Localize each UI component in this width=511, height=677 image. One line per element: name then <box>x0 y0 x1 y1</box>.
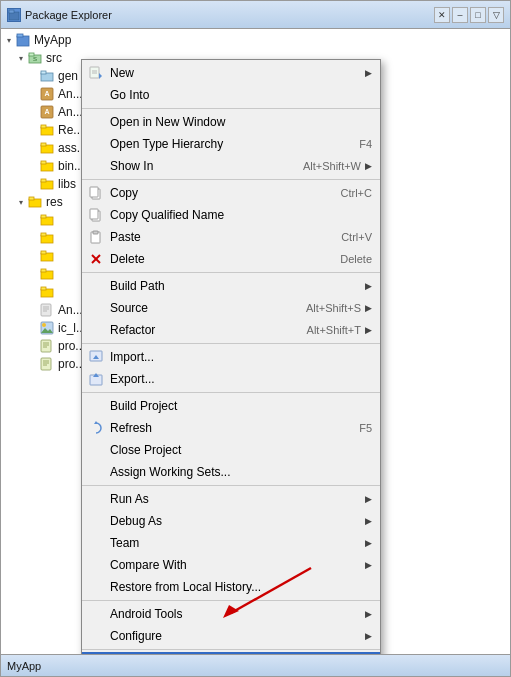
export-icon <box>88 371 104 387</box>
separator-5 <box>82 392 380 393</box>
sub-folder-icon1 <box>39 212 55 228</box>
separator-8 <box>82 649 380 650</box>
sub-folder-icon3 <box>39 248 55 264</box>
menu-item-paste-label: Paste <box>110 230 321 244</box>
menu-item-new[interactable]: New ▶ <box>82 62 380 84</box>
menu-item-build-path[interactable]: Build Path ▶ <box>82 275 380 297</box>
menu-item-export-label: Export... <box>110 372 372 386</box>
submenu-arrow-refactor: ▶ <box>365 325 372 335</box>
menu-item-copy-qualified-name[interactable]: Copy Qualified Name <box>82 204 380 226</box>
submenu-arrow-compare-with: ▶ <box>365 560 372 570</box>
svg-rect-3 <box>17 34 23 37</box>
svg-rect-14 <box>41 125 46 128</box>
submenu-arrow-source: ▶ <box>365 303 372 313</box>
ref-folder-icon <box>39 122 55 138</box>
file-icon-android <box>39 302 55 318</box>
shortcut-copy: Ctrl+C <box>341 187 372 199</box>
submenu-arrow-run-as: ▶ <box>365 494 372 504</box>
svg-rect-26 <box>41 233 46 236</box>
menu-item-team-label: Team <box>110 536 361 550</box>
menu-item-goto[interactable]: Go Into <box>82 84 380 106</box>
svg-marker-51 <box>99 73 102 79</box>
menu-item-open-type-hierarchy[interactable]: Open Type Hierarchy F4 <box>82 133 380 155</box>
src-folder-icon: S <box>27 50 43 66</box>
menu-item-import[interactable]: Import... <box>82 346 380 368</box>
menu-item-run-as[interactable]: Run As ▶ <box>82 488 380 510</box>
project-icon <box>15 32 31 48</box>
menu-item-show-in[interactable]: Show In Alt+Shift+W ▶ <box>82 155 380 177</box>
menu-item-build-project[interactable]: Build Project <box>82 395 380 417</box>
menu-item-goto-label: Go Into <box>110 88 372 102</box>
menu-item-source[interactable]: Source Alt+Shift+S ▶ <box>82 297 380 319</box>
menu-item-copy[interactable]: Copy Ctrl+C <box>82 182 380 204</box>
menu-item-close-project[interactable]: Close Project <box>82 439 380 461</box>
menu-item-configure-label: Configure <box>110 629 361 643</box>
svg-text:A: A <box>44 90 49 97</box>
menu-item-properties[interactable]: Properties Alt+Enter <box>82 652 380 654</box>
svg-line-65 <box>231 568 311 613</box>
menu-item-close-project-label: Close Project <box>110 443 372 457</box>
menu-item-open-new-window-label: Open in New Window <box>110 115 372 129</box>
menu-item-configure[interactable]: Configure ▶ <box>82 625 380 647</box>
menu-item-paste[interactable]: Paste Ctrl+V <box>82 226 380 248</box>
pin-button[interactable]: ▽ <box>488 7 504 23</box>
svg-rect-53 <box>90 187 98 197</box>
import-icon <box>88 349 104 365</box>
image-icon <box>39 320 55 336</box>
tree-item-myapp[interactable]: ▾ MyApp <box>1 31 510 49</box>
menu-item-open-new-window[interactable]: Open in New Window <box>82 111 380 133</box>
res-folder-icon <box>27 194 43 210</box>
menu-item-build-project-label: Build Project <box>110 399 372 413</box>
tree-item-label: libs <box>58 177 76 191</box>
paste-icon <box>88 229 104 245</box>
svg-rect-22 <box>29 197 34 200</box>
folder-icon-libs <box>39 176 55 192</box>
svg-rect-2 <box>17 36 29 46</box>
close-tab-button[interactable]: ✕ <box>434 7 450 23</box>
menu-item-debug-as-label: Debug As <box>110 514 361 528</box>
status-text: MyApp <box>7 660 41 672</box>
copy-qualified-icon <box>88 207 104 223</box>
tree-item-label: Re... <box>58 123 83 137</box>
menu-item-team[interactable]: Team ▶ <box>82 532 380 554</box>
title-bar: Package Explorer ✕ – □ ▽ <box>1 1 510 29</box>
svg-rect-57 <box>93 231 98 234</box>
menu-item-refactor[interactable]: Refactor Alt+Shift+T ▶ <box>82 319 380 341</box>
menu-item-show-in-label: Show In <box>110 159 283 173</box>
shortcut-open-type-hierarchy: F4 <box>359 138 372 150</box>
svg-text:A: A <box>44 108 49 115</box>
svg-rect-55 <box>90 209 98 219</box>
minimize-button[interactable]: – <box>452 7 468 23</box>
expand-arrow: ▾ <box>15 54 27 63</box>
menu-item-delete[interactable]: Delete Delete <box>82 248 380 270</box>
folder-icon-assets <box>39 140 55 156</box>
status-bar: MyApp <box>1 654 510 676</box>
sub-folder-icon2 <box>39 230 55 246</box>
shortcut-show-in: Alt+Shift+W <box>303 160 361 172</box>
svg-rect-8 <box>41 71 46 74</box>
separator-2 <box>82 179 380 180</box>
submenu-arrow-android-tools: ▶ <box>365 609 372 619</box>
refresh-icon <box>88 420 104 436</box>
panel-icon <box>7 8 21 22</box>
menu-item-debug-as[interactable]: Debug As ▶ <box>82 510 380 532</box>
menu-item-run-as-label: Run As <box>110 492 361 506</box>
submenu-arrow-show-in: ▶ <box>365 161 372 171</box>
menu-item-build-path-label: Build Path <box>110 279 361 293</box>
tree-item-label: res <box>46 195 63 209</box>
tree-item-label: gen <box>58 69 78 83</box>
menu-item-assign-working-sets-label: Assign Working Sets... <box>110 465 372 479</box>
tree-item-label: An... <box>58 87 83 101</box>
menu-item-refresh[interactable]: Refresh F5 <box>82 417 380 439</box>
tree-item-label: An... <box>58 303 83 317</box>
menu-item-copy-qualified-label: Copy Qualified Name <box>110 208 372 222</box>
maximize-button[interactable]: □ <box>470 7 486 23</box>
explorer-content: ▾ MyApp ▾ S src <box>1 29 510 654</box>
menu-item-assign-working-sets[interactable]: Assign Working Sets... <box>82 461 380 483</box>
submenu-arrow-build-path: ▶ <box>365 281 372 291</box>
submenu-arrow-debug-as: ▶ <box>365 516 372 526</box>
title-bar-controls: ✕ – □ ▽ <box>434 7 504 23</box>
menu-item-export[interactable]: Export... <box>82 368 380 390</box>
copy-icon <box>88 185 104 201</box>
svg-rect-28 <box>41 251 46 254</box>
